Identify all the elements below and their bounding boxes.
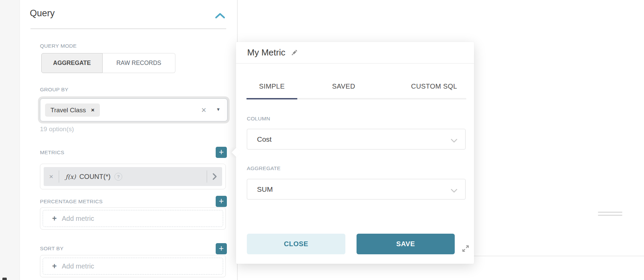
remove-metric-icon[interactable]: ×: [44, 172, 53, 181]
percentage-metrics-dropzone: + Add metric: [40, 207, 226, 230]
group-by-label: GROUP BY: [40, 87, 68, 93]
plus-icon: +: [52, 214, 57, 223]
sort-by-dropzone: + Add metric: [40, 255, 226, 277]
chart-skeleton-lines[interactable]: [598, 212, 622, 218]
left-gray-rail: [0, 0, 20, 280]
metric-edit-popover: My Metric SIMPLE SAVED CUSTOM SQL COLUMN…: [236, 42, 474, 264]
chart-area-divider: [474, 256, 644, 256]
column-label: COLUMN: [247, 116, 270, 122]
metric-pill[interactable]: × ƒ(x) COUNT(*) ?: [44, 167, 222, 186]
group-by-tag[interactable]: Travel Class ×: [45, 103, 100, 117]
pill-divider: [207, 170, 207, 183]
add-metric-button[interactable]: +: [216, 147, 227, 158]
collapse-section-chevron-up-icon[interactable]: [214, 11, 226, 20]
group-by-select[interactable]: Travel Class × × ▼: [40, 98, 228, 121]
explore-view: Query QUERY MODE AGGREGATE RAW RECORDS G…: [0, 0, 644, 280]
close-button[interactable]: CLOSE: [247, 234, 345, 254]
function-icon: ƒ(x): [65, 173, 76, 180]
plus-icon: +: [52, 262, 57, 271]
pill-divider: [59, 170, 59, 183]
chevron-down-icon: [450, 187, 458, 195]
chevron-right-icon[interactable]: [212, 173, 217, 180]
query-mode-aggregate-button[interactable]: AGGREGATE: [41, 53, 103, 73]
edit-title-pencil-icon[interactable]: [290, 49, 298, 57]
column-select-value: Cost: [257, 135, 272, 143]
metric-popover-tabs: SIMPLE SAVED CUSTOM SQL: [246, 77, 478, 96]
skeleton-line: [598, 215, 622, 216]
metrics-label: METRICS: [40, 149, 64, 156]
add-metric-placeholder: Add metric: [62, 215, 94, 223]
chevron-down-icon: [450, 137, 458, 145]
tab-simple[interactable]: SIMPLE: [246, 77, 297, 96]
add-sort-by-row[interactable]: + Add metric: [43, 258, 223, 275]
add-sort-by-button[interactable]: +: [216, 243, 227, 254]
add-percentage-metric-row[interactable]: + Add metric: [43, 210, 223, 227]
tab-saved[interactable]: SAVED: [297, 77, 390, 96]
query-mode-label: QUERY MODE: [40, 43, 77, 49]
tab-custom-sql[interactable]: CUSTOM SQL: [390, 77, 478, 96]
caret-down-icon[interactable]: ▼: [216, 107, 220, 112]
sort-by-label: SORT BY: [40, 246, 64, 252]
add-metric-placeholder: Add metric: [62, 262, 94, 270]
resize-popover-handle[interactable]: [461, 244, 470, 253]
skeleton-line: [598, 212, 622, 213]
popover-header: My Metric: [236, 42, 474, 64]
aggregate-select-value: SUM: [257, 185, 273, 193]
group-by-options-hint: 19 option(s): [40, 125, 74, 133]
save-button[interactable]: SAVE: [357, 234, 455, 254]
active-tab-underline: [246, 98, 297, 99]
clear-select-icon[interactable]: ×: [201, 104, 206, 116]
query-mode-raw-records-button[interactable]: RAW RECORDS: [103, 53, 175, 73]
group-by-tag-label: Travel Class: [50, 107, 86, 114]
remove-tag-icon[interactable]: ×: [91, 107, 94, 114]
popover-arrow: [232, 148, 241, 157]
query-mode-segmented-control: AGGREGATE RAW RECORDS: [41, 53, 175, 73]
help-icon: ?: [114, 173, 122, 181]
popover-title: My Metric: [247, 47, 285, 58]
aggregate-select[interactable]: SUM: [247, 179, 466, 200]
metrics-dropzone: × ƒ(x) COUNT(*) ?: [40, 164, 226, 189]
aggregate-label: AGGREGATE: [247, 165, 281, 171]
column-select[interactable]: Cost: [247, 129, 466, 149]
metric-value: COUNT(*): [79, 173, 110, 181]
section-divider: [30, 28, 226, 29]
bottom-left-cutoff-element: [2, 278, 7, 280]
query-section-title: Query: [30, 8, 55, 19]
percentage-metrics-label: PERCENTAGE METRICS: [40, 199, 103, 205]
add-percentage-metric-button[interactable]: +: [216, 196, 227, 207]
